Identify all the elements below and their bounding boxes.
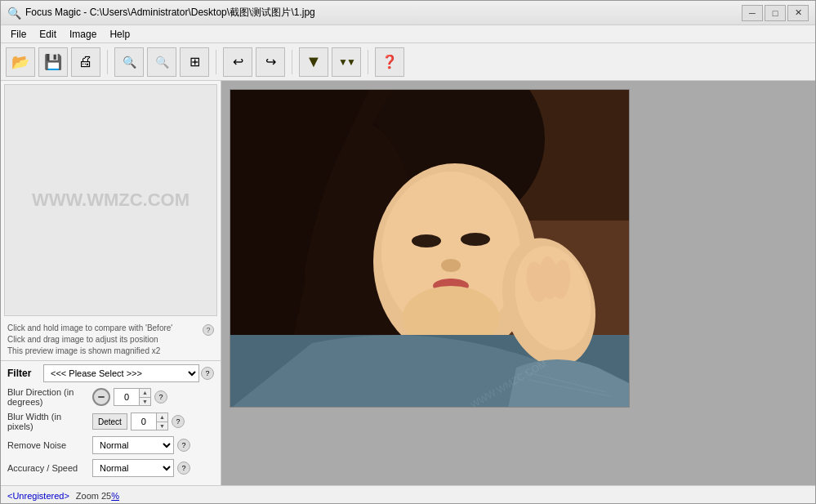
zoom-text: Zoom 25 xyxy=(76,491,111,501)
menu-help[interactable]: Help xyxy=(103,27,136,42)
zoom-out-button[interactable]: 🔍 xyxy=(147,47,176,77)
print-button[interactable] xyxy=(71,47,100,77)
main-content: WWW.WMZC.COM Click and hold image to com… xyxy=(1,81,815,485)
preview-hint: Click and hold image to compare with 'Be… xyxy=(1,319,221,360)
toolbar-sep-4 xyxy=(368,50,368,74)
redo-icon: ↪ xyxy=(265,54,276,69)
help-toolbar-button[interactable]: ❓ xyxy=(375,47,404,77)
save-button[interactable] xyxy=(38,47,68,77)
svg-point-12 xyxy=(461,233,490,246)
apply-icon: ▼ xyxy=(305,52,322,71)
help-icon: ❓ xyxy=(381,54,398,69)
blur-width-up[interactable]: ▲ xyxy=(157,413,167,422)
apply-all-icon: ▼▼ xyxy=(338,56,354,68)
blur-width-row: Blur Width (in pixels) Detect 0 ▲ ▼ ? xyxy=(7,412,214,431)
filter-dropdown-wrapper: <<< Please Select >>> ? xyxy=(43,364,214,382)
accuracy-row: Accuracy / Speed Normal Low High ? xyxy=(7,459,214,477)
undo-button[interactable]: ↩ xyxy=(223,47,252,77)
status-bar: <Unregistered> Zoom 25% xyxy=(1,485,815,504)
remove-noise-select[interactable]: Normal Low High xyxy=(92,436,174,454)
toolbar-sep-1 xyxy=(107,50,108,74)
open-icon xyxy=(11,53,29,71)
menu-image[interactable]: Image xyxy=(63,27,103,42)
menu-edit[interactable]: Edit xyxy=(33,27,63,42)
app-icon: 🔍 xyxy=(7,7,20,20)
filter-select[interactable]: <<< Please Select >>> xyxy=(43,364,199,382)
print-icon xyxy=(78,53,93,70)
filter-help-button[interactable]: ? xyxy=(201,367,214,380)
blur-direction-help-button[interactable]: ? xyxy=(154,390,167,404)
image-area[interactable]: WWW.WMZC.COM xyxy=(221,81,815,485)
blur-direction-indicator xyxy=(98,396,105,398)
svg-point-11 xyxy=(412,234,441,248)
remove-noise-label: Remove Noise xyxy=(7,440,89,450)
toolbar-sep-2 xyxy=(216,50,216,74)
zoom-in-icon: 🔍 xyxy=(123,56,136,69)
preview-watermark: WWW.WMZC.COM xyxy=(32,188,190,213)
undo-icon: ↩ xyxy=(233,54,243,69)
preview-area[interactable]: WWW.WMZC.COM xyxy=(4,84,217,316)
filter-row: Filter <<< Please Select >>> ? xyxy=(7,364,214,382)
title-text: Focus Magic - C:\Users\Administrator\Des… xyxy=(25,6,742,20)
hint-line-2: Click and drag image to adjust its posit… xyxy=(7,334,199,346)
open-button[interactable] xyxy=(6,47,35,77)
save-icon xyxy=(44,53,62,71)
blur-width-label: Blur Width (in pixels) xyxy=(7,412,89,431)
photo-container[interactable]: WWW.WMZC.COM xyxy=(230,89,630,408)
left-panel: WWW.WMZC.COM Click and hold image to com… xyxy=(1,81,221,485)
controls-panel: Filter <<< Please Select >>> ? Blur Dire… xyxy=(1,360,221,485)
menu-file[interactable]: File xyxy=(4,27,33,42)
preview-help-button[interactable]: ? xyxy=(203,324,214,336)
blur-direction-input[interactable]: 0 xyxy=(114,389,139,405)
toolbar: 🔍 🔍 ⊞ ↩ ↪ ▼ ▼▼ ❓ xyxy=(1,43,815,81)
zoom-label: Zoom 25% xyxy=(76,491,119,501)
accuracy-help-button[interactable]: ? xyxy=(177,462,190,475)
apply-all-button[interactable]: ▼▼ xyxy=(332,47,361,77)
maximize-button[interactable]: □ xyxy=(765,5,786,21)
zoom-percent[interactable]: % xyxy=(111,491,119,501)
blur-direction-row: Blur Direction (in degrees) 0 ▲ ▼ ? xyxy=(7,387,214,407)
blur-direction-down[interactable]: ▼ xyxy=(140,398,150,406)
title-bar: 🔍 Focus Magic - C:\Users\Administrator\D… xyxy=(1,1,815,25)
title-controls: ─ □ ✕ xyxy=(742,5,809,21)
toolbar-sep-3 xyxy=(292,50,292,74)
apply-button[interactable]: ▼ xyxy=(299,47,328,77)
blur-width-down[interactable]: ▼ xyxy=(157,422,167,430)
accuracy-select[interactable]: Normal Low High xyxy=(92,459,174,477)
close-button[interactable]: ✕ xyxy=(787,5,809,21)
blur-width-help-button[interactable]: ? xyxy=(172,415,185,428)
blur-width-spin: ▲ ▼ xyxy=(156,413,167,430)
blur-direction-circle[interactable] xyxy=(92,388,110,406)
zoom-fit-button[interactable]: ⊞ xyxy=(180,47,209,77)
blur-width-input[interactable]: 0 xyxy=(132,413,156,430)
svg-point-13 xyxy=(441,259,461,272)
remove-noise-row: Remove Noise Normal Low High ? xyxy=(7,436,214,454)
unregistered-label[interactable]: <Unregistered> xyxy=(7,491,69,501)
accuracy-label: Accuracy / Speed xyxy=(7,463,89,473)
hint-line-3: This preview image is shown magnified x2 xyxy=(7,346,199,357)
hint-line-1: Click and hold image to compare with 'Be… xyxy=(7,323,199,334)
blur-direction-up[interactable]: ▲ xyxy=(140,389,150,398)
zoom-fit-icon: ⊞ xyxy=(190,54,200,69)
detect-button[interactable]: Detect xyxy=(92,413,127,430)
minimize-button[interactable]: ─ xyxy=(742,5,763,21)
blur-direction-spin: ▲ ▼ xyxy=(139,389,150,405)
filter-label: Filter xyxy=(7,368,40,379)
zoom-in-button[interactable]: 🔍 xyxy=(114,47,144,77)
blur-direction-label: Blur Direction (in degrees) xyxy=(7,387,89,407)
menu-bar: File Edit Image Help xyxy=(1,25,815,43)
remove-noise-help-button[interactable]: ? xyxy=(177,439,190,452)
zoom-out-icon: 🔍 xyxy=(155,56,169,69)
blur-width-input-group: 0 ▲ ▼ xyxy=(131,413,168,430)
photo-svg: WWW.WMZC.COM xyxy=(230,90,630,408)
blur-direction-input-group: 0 ▲ ▼ xyxy=(114,388,151,406)
redo-button[interactable]: ↪ xyxy=(256,47,285,77)
